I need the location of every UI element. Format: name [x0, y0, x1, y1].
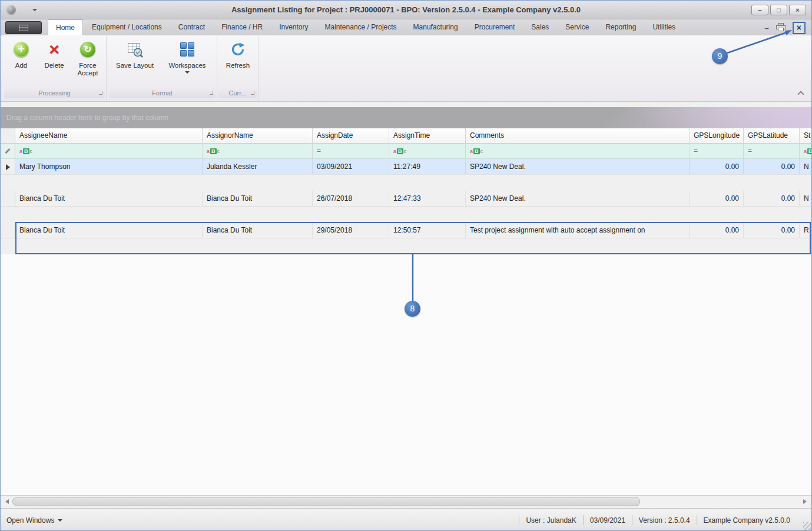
cell-gps_longitude: 0.00 — [690, 159, 744, 174]
tab-utilities[interactable]: Utilities — [645, 19, 683, 35]
column-header-AssignTime[interactable]: AssignTime — [389, 128, 466, 143]
workspaces-icon — [180, 42, 194, 57]
dialog-launcher-icon[interactable] — [99, 91, 102, 95]
open-windows-dropdown-icon — [58, 519, 62, 522]
window-controls: – □ × — [751, 5, 806, 15]
minimize-button[interactable]: – — [751, 5, 768, 15]
tab-manufacturing[interactable]: Manufacturing — [406, 19, 466, 35]
tab-home[interactable]: Home — [48, 19, 83, 35]
row-indicator-cell — [1, 191, 15, 206]
scrollbar-thumb[interactable] — [12, 497, 640, 506]
column-header-Comments[interactable]: Comments — [466, 128, 690, 143]
cell-assignee: Mary Thompson — [15, 159, 203, 174]
abc-filter-icon: aBc — [207, 147, 220, 155]
status-date: 03/09/2021 — [590, 516, 625, 525]
tab-finance-hr[interactable]: Finance / HR — [214, 19, 270, 35]
resize-grip[interactable] — [803, 522, 811, 530]
tab-reporting[interactable]: Reporting — [598, 19, 644, 35]
column-header-AssigneeName[interactable]: AssigneeName — [15, 128, 203, 143]
filter-cell-AssignorName[interactable]: aBc — [203, 144, 313, 158]
open-windows-button[interactable]: Open Windows — [6, 516, 62, 525]
table-row[interactable]: Bianca Du ToitBianca Du Toit26/07/201812… — [1, 191, 812, 207]
group-label-processing: Processing — [4, 88, 105, 98]
cell-status: N — [800, 159, 812, 174]
cell-gps_latitude: 0.00 — [744, 159, 800, 174]
add-icon: + — [14, 42, 29, 57]
dialog-launcher-icon[interactable] — [251, 91, 254, 95]
cell-date: 26/07/2018 — [313, 191, 389, 206]
tab-contract[interactable]: Contract — [171, 19, 213, 35]
tab-service[interactable]: Service — [558, 19, 596, 35]
cell-date: 29/05/2018 — [313, 223, 389, 238]
status-info: User : JulandaK 03/09/2021 Version : 2.5… — [512, 515, 790, 525]
cell-comments: SP240 New Deal. — [466, 159, 690, 174]
print-icon[interactable] — [776, 23, 786, 33]
force-accept-icon: ↻ — [80, 42, 95, 57]
force-accept-button[interactable]: ↻ Force Accept — [71, 39, 104, 77]
cell-assignor: Bianca Du Toit — [203, 223, 313, 238]
ribbon-tab-row: HomeEquipment / LocationsContractFinance… — [1, 19, 811, 35]
abc-filter-icon: aBc — [393, 147, 406, 155]
tab-equipment-locations[interactable]: Equipment / Locations — [84, 19, 170, 35]
titlebar: Assignment Listing for Project : PRJ0000… — [1, 1, 811, 19]
cell-assignor: Bianca Du Toit — [203, 191, 313, 206]
column-header-AssignorName[interactable]: AssignorName — [203, 128, 313, 143]
equals-filter-icon: = — [317, 147, 321, 155]
workspaces-button[interactable]: Workspaces — [164, 39, 210, 74]
filter-cell-AssignDate[interactable]: = — [313, 144, 389, 158]
equals-filter-icon: = — [748, 147, 752, 155]
table-row[interactable]: Bianca Du ToitBianca Du Toit29/05/201812… — [1, 223, 812, 238]
cell-time: 12:47:33 — [389, 191, 466, 206]
cell-status: N — [800, 191, 812, 206]
cell-gps_latitude: 0.00 — [744, 191, 800, 206]
scroll-left-icon[interactable] — [3, 497, 11, 506]
workspaces-dropdown-icon[interactable] — [185, 71, 190, 74]
filter-cell-St[interactable]: aBc — [800, 144, 812, 158]
document-minimize-button[interactable]: – — [765, 23, 769, 34]
status-bar: Open Windows User : JulandaK 03/09/2021 … — [1, 508, 812, 531]
filter-cell-Comments[interactable]: aBc — [466, 144, 690, 158]
tab-inventory[interactable]: Inventory — [271, 19, 316, 35]
abc-filter-icon: aBc — [19, 147, 32, 155]
cell-assignee: Bianca Du Toit — [15, 223, 203, 238]
dialog-launcher-icon[interactable] — [210, 91, 213, 95]
app-menu-button[interactable] — [5, 21, 42, 34]
filter-cell-AssigneeName[interactable]: aBc — [15, 144, 203, 158]
maximize-button[interactable]: □ — [770, 5, 787, 15]
delete-icon: × — [49, 41, 59, 58]
filter-cell-AssignTime[interactable]: aBc — [389, 144, 466, 158]
cell-gps_longitude: 0.00 — [690, 223, 744, 238]
filter-cell-GPSLatitude[interactable]: = — [744, 144, 800, 158]
delete-button[interactable]: × Delete — [38, 39, 70, 69]
column-header-AssignDate[interactable]: AssignDate — [313, 128, 389, 143]
group-by-panel[interactable]: Drag a column header here to group by th… — [1, 107, 811, 128]
column-header-GPSLongitude[interactable]: GPSLongitude — [690, 128, 744, 143]
cell-status: R — [800, 223, 812, 238]
save-layout-icon — [126, 41, 144, 58]
save-layout-button[interactable]: Save Layout — [112, 39, 157, 69]
document-close-button[interactable]: × — [793, 22, 806, 34]
tab-procurement[interactable]: Procurement — [467, 19, 523, 35]
annotation-callout-8: 8 — [405, 301, 420, 317]
tab-maintenance-projects[interactable]: Maintenance / Projects — [317, 19, 405, 35]
add-button[interactable]: + Add — [5, 39, 37, 69]
column-header-GPSLatitude[interactable]: GPSLatitude — [744, 128, 800, 143]
ribbon-tabs: HomeEquipment / LocationsContractFinance… — [48, 19, 684, 35]
window-title: Assignment Listing for Project : PRJ0000… — [1, 1, 811, 19]
close-button[interactable]: × — [789, 5, 806, 15]
column-header-St[interactable]: St — [800, 128, 812, 143]
status-version: Version : 2.5.0.4 — [639, 516, 690, 525]
horizontal-scrollbar[interactable] — [1, 495, 812, 507]
filter-cell-GPSLongitude[interactable]: = — [690, 144, 744, 158]
tab-sales[interactable]: Sales — [523, 19, 556, 35]
ribbon-collapse-icon[interactable] — [797, 91, 804, 97]
scroll-right-icon[interactable] — [801, 497, 809, 506]
group-label-current: Curr... — [218, 88, 257, 98]
equals-filter-icon: = — [694, 147, 698, 155]
refresh-icon — [230, 41, 246, 58]
table-row[interactable]: Mary ThompsonJulanda Kessler03/09/202111… — [1, 159, 812, 175]
refresh-button[interactable]: Refresh — [221, 39, 255, 69]
cell-assignee: Bianca Du Toit — [15, 191, 203, 206]
document-controls: – × — [765, 22, 806, 34]
app-menu-icon — [19, 25, 28, 31]
